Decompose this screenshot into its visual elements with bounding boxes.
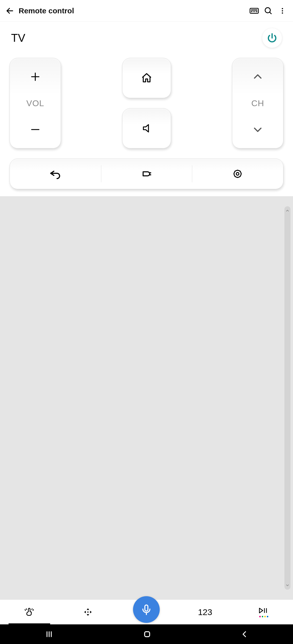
svg-point-29 [87, 612, 88, 613]
microphone-button[interactable] [133, 596, 160, 623]
svg-point-5 [255, 10, 256, 10]
svg-rect-1 [250, 8, 258, 13]
source-icon [141, 168, 153, 180]
svg-marker-26 [87, 614, 89, 616]
chevron-down-icon [252, 124, 263, 135]
app-header: Remote control [0, 0, 293, 22]
return-button[interactable] [10, 159, 101, 189]
back-button[interactable] [4, 5, 16, 17]
more-vertical-icon [279, 7, 286, 15]
mute-button[interactable] [122, 108, 171, 148]
volume-up-button[interactable] [30, 71, 41, 82]
playback-mode-button[interactable] [234, 600, 293, 624]
svg-marker-28 [90, 611, 92, 613]
system-nav-bar [0, 624, 293, 644]
svg-marker-19 [143, 125, 148, 132]
dpad-icon [83, 607, 93, 617]
recents-button[interactable] [45, 630, 53, 638]
svg-marker-27 [84, 611, 86, 613]
gear-icon [232, 169, 243, 179]
chevron-down-icon [285, 583, 289, 587]
svg-rect-30 [145, 605, 148, 611]
touch-icon [24, 607, 34, 617]
function-bar [10, 158, 283, 189]
keyboard-button[interactable] [247, 4, 261, 18]
chevron-up-icon [252, 71, 263, 82]
volume-label: VOL [26, 98, 44, 108]
channel-up-button[interactable] [252, 71, 263, 82]
microphone-icon [140, 603, 152, 616]
source-button[interactable] [101, 159, 192, 189]
home-nav-icon [143, 630, 151, 638]
touch-mode-button[interactable] [0, 600, 59, 624]
svg-point-7 [251, 11, 252, 12]
svg-marker-32 [259, 608, 263, 613]
home-nav-button[interactable] [143, 630, 151, 638]
home-icon [141, 72, 152, 84]
svg-rect-38 [145, 632, 150, 637]
active-tab-indicator [9, 623, 50, 624]
svg-point-4 [254, 10, 254, 10]
back-arrow-icon [6, 7, 14, 15]
svg-line-11 [270, 12, 272, 14]
svg-point-3 [253, 10, 253, 10]
svg-point-14 [282, 12, 283, 14]
dpad-mode-button[interactable] [59, 600, 117, 624]
return-icon [49, 168, 62, 180]
svg-point-6 [256, 10, 257, 10]
more-options-button[interactable] [275, 4, 289, 18]
scroll-indicator[interactable] [284, 206, 290, 590]
voice-mode-button[interactable] [117, 600, 176, 624]
back-nav-button[interactable] [241, 630, 248, 638]
power-icon [267, 32, 278, 44]
svg-point-10 [265, 8, 270, 13]
remote-pad: VOL CH [0, 50, 293, 196]
svg-point-12 [282, 8, 283, 9]
numeric-mode-button[interactable]: 123 [176, 600, 235, 624]
speaker-icon [141, 123, 152, 134]
volume-rocker: VOL [10, 58, 61, 148]
svg-point-13 [282, 10, 283, 11]
color-dots [259, 616, 268, 617]
search-icon [264, 6, 273, 16]
settings-button[interactable] [192, 159, 283, 189]
numeric-label: 123 [198, 607, 212, 617]
play-pause-icon [259, 607, 269, 614]
channel-down-button[interactable] [252, 124, 263, 135]
channel-rocker: CH [232, 58, 283, 148]
keyboard-icon [249, 6, 259, 16]
recents-icon [45, 630, 53, 638]
plus-icon [30, 71, 41, 82]
device-row: TV [0, 22, 293, 50]
svg-point-24 [236, 173, 239, 175]
search-button[interactable] [261, 4, 275, 18]
chevron-up-icon [285, 209, 289, 213]
device-name: TV [11, 32, 25, 44]
volume-down-button[interactable] [30, 124, 41, 135]
svg-point-2 [251, 10, 252, 10]
home-button[interactable] [122, 58, 171, 98]
svg-marker-25 [87, 608, 89, 610]
touchpad-area[interactable] [0, 196, 293, 600]
power-button[interactable] [262, 28, 282, 48]
page-title: Remote control [19, 7, 247, 15]
svg-point-9 [256, 11, 257, 12]
mode-bar: 123 [0, 600, 293, 624]
minus-icon [30, 124, 41, 135]
back-nav-icon [241, 630, 248, 638]
channel-label: CH [251, 98, 264, 108]
